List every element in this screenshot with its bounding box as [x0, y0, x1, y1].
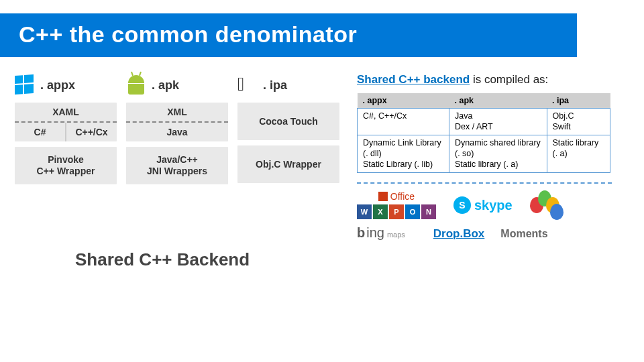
office-tile-N: N [421, 204, 436, 219]
android-ui-bot: Java [126, 123, 228, 141]
column-android: . apk XML Java Java/C++ JNI Wrappers [126, 73, 228, 241]
column-apple:  . ipa Cocoa Touch Obj.C Wrapper [237, 73, 339, 241]
dropbox-label: Drop.Box [433, 227, 485, 241]
slide-title: C++ the common denominator [19, 21, 558, 48]
divider [357, 182, 612, 184]
bottom-logos: bingmaps Drop.Box Moments [357, 225, 636, 241]
office-tiles: WXPON [357, 204, 436, 219]
balloons-icon [530, 190, 564, 220]
compiled-panel: Shared C++ backend is compiled as: . app… [349, 73, 636, 241]
title-bar: C++ the common denominator [0, 13, 577, 57]
cell-r1c3: Obj.C Swift [547, 109, 610, 135]
apple-ui-stack: Cocoa Touch [237, 103, 339, 140]
office-tile-W: W [357, 204, 372, 219]
android-wrapper: Java/C++ JNI Wrappers [126, 147, 228, 184]
bing-logo: bingmaps [357, 225, 405, 241]
ext-appx: . appx [40, 78, 75, 93]
windows-ui-right: C++/Cx [66, 123, 117, 141]
moments-label: Moments [500, 228, 547, 240]
platform-columns: . appx XAML C# C++/Cx Pinvoke C++ Wrappe… [15, 73, 339, 241]
windows-ui-left: C# [15, 123, 66, 141]
th-apk: . apk [449, 93, 547, 109]
android-icon [126, 75, 146, 95]
office-logo: Office WXPON [357, 191, 436, 219]
skype-icon [453, 196, 471, 214]
android-ui-top: XML [126, 103, 228, 123]
apple-wrapper: Obj.C Wrapper [237, 145, 339, 183]
main-content: . appx XAML C# C++/Cx Pinvoke C++ Wrappe… [0, 57, 644, 241]
column-windows: . appx XAML C# C++/Cx Pinvoke C++ Wrappe… [15, 73, 117, 241]
office-icon [378, 192, 388, 201]
android-ui-stack: XML Java [126, 103, 228, 141]
compiled-table: . appx . apk . ipa C#, C++/Cx Java Dex /… [357, 93, 610, 173]
th-appx: . appx [358, 93, 449, 109]
cell-r2c2: Dynamic shared library (. so) Static lib… [449, 135, 547, 173]
cell-r2c1: Dynamic Link Library (. dll) Static Libr… [358, 135, 449, 173]
office-tile-O: O [405, 204, 420, 219]
windows-icon [15, 75, 35, 95]
logos-row: Office WXPON skype [357, 190, 636, 220]
shared-backend-label: Shared C++ Backend [75, 249, 250, 270]
cell-r1c1: C#, C++/Cx [358, 109, 449, 135]
ext-ipa: . ipa [263, 78, 287, 93]
office-tile-P: P [389, 204, 404, 219]
windows-ui-top: XAML [15, 103, 117, 123]
ext-apk: . apk [152, 78, 179, 93]
compiled-title: Shared C++ backend is compiled as: [357, 73, 636, 86]
skype-logo: skype [453, 196, 513, 214]
cell-r2c3: Static library (. a) [547, 135, 610, 173]
th-ipa: . ipa [547, 93, 610, 109]
windows-ui-stack: XAML C# C++/Cx [15, 103, 117, 141]
cell-r1c2: Java Dex / ART [449, 109, 547, 135]
apple-icon:  [237, 75, 258, 95]
office-tile-X: X [373, 204, 388, 219]
windows-wrapper: Pinvoke C++ Wrapper [15, 147, 117, 184]
